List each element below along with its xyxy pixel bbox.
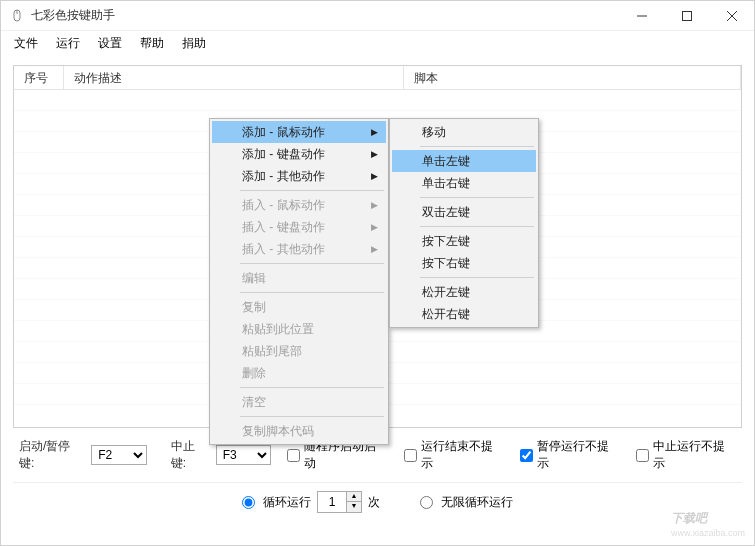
titlebar: 七彩色按键助手 (1, 1, 754, 31)
window-title: 七彩色按键助手 (31, 7, 619, 24)
loop-times-suffix: 次 (368, 494, 380, 511)
radio-loop-infinite[interactable]: 无限循环运行 (420, 494, 513, 511)
ctx-copy: 复制 (212, 296, 386, 318)
loop-run-label: 循环运行 (263, 494, 311, 511)
col-script[interactable]: 脚本 (404, 66, 741, 89)
ctx-delete: 删除 (212, 362, 386, 384)
radio-loop-count[interactable]: 循环运行 ▲ ▼ 次 (242, 491, 380, 513)
loop-count-input[interactable] (318, 492, 346, 512)
ctx-clear: 清空 (212, 391, 386, 413)
table-header: 序号 动作描述 脚本 (14, 66, 741, 90)
chk-abort-noprompt-input[interactable] (636, 449, 649, 462)
minimize-button[interactable] (619, 1, 664, 30)
sub-release-right[interactable]: 松开右键 (392, 303, 536, 325)
menu-file[interactable]: 文件 (5, 32, 47, 55)
ctx-add-other[interactable]: 添加 - 其他动作▶ (212, 165, 386, 187)
chk-abort-noprompt[interactable]: 中止运行不提示 (636, 438, 736, 472)
sub-release-left[interactable]: 松开左键 (392, 281, 536, 303)
spin-up-icon[interactable]: ▲ (347, 492, 361, 502)
menu-donate[interactable]: 捐助 (173, 32, 215, 55)
separator (240, 416, 384, 417)
chk-end-noprompt-input[interactable] (404, 449, 417, 462)
chevron-right-icon: ▶ (371, 200, 378, 210)
chk-end-noprompt-label: 运行结束不提示 (421, 438, 504, 472)
start-stop-select[interactable]: F2 (91, 445, 147, 465)
loop-infinite-label: 无限循环运行 (441, 494, 513, 511)
separator (420, 197, 534, 198)
maximize-button[interactable] (664, 1, 709, 30)
separator (240, 387, 384, 388)
sub-move[interactable]: 移动 (392, 121, 536, 143)
ctx-paste-here: 粘贴到此位置 (212, 318, 386, 340)
submenu-mouse: 移动 单击左键 单击右键 双击左键 按下左键 按下右键 松开左键 松开右键 (389, 118, 539, 328)
chk-pause-noprompt-input[interactable] (520, 449, 533, 462)
separator (240, 292, 384, 293)
menubar: 文件 运行 设置 帮助 捐助 (1, 31, 754, 55)
chevron-right-icon: ▶ (371, 171, 378, 181)
close-button[interactable] (709, 1, 754, 30)
col-seq[interactable]: 序号 (14, 66, 64, 89)
app-icon (9, 8, 25, 24)
start-stop-label: 启动/暂停键: (19, 438, 85, 472)
separator (420, 226, 534, 227)
loop-count-spinner[interactable]: ▲ ▼ (317, 491, 362, 513)
radio-loop-count-input[interactable] (242, 496, 255, 509)
sub-click-left[interactable]: 单击左键 (392, 150, 536, 172)
chk-abort-noprompt-label: 中止运行不提示 (653, 438, 736, 472)
menu-settings[interactable]: 设置 (89, 32, 131, 55)
separator (240, 190, 384, 191)
separator (240, 263, 384, 264)
svg-rect-3 (682, 11, 691, 20)
ctx-insert-keyboard: 插入 - 键盘动作▶ (212, 216, 386, 238)
ctx-insert-other: 插入 - 其他动作▶ (212, 238, 386, 260)
chevron-right-icon: ▶ (371, 127, 378, 137)
separator (420, 277, 534, 278)
ctx-edit: 编辑 (212, 267, 386, 289)
abort-select[interactable]: F3 (216, 445, 272, 465)
window-buttons (619, 1, 754, 30)
chevron-right-icon: ▶ (371, 244, 378, 254)
chk-pause-noprompt[interactable]: 暂停运行不提示 (520, 438, 620, 472)
sub-press-left[interactable]: 按下左键 (392, 230, 536, 252)
ctx-copy-code: 复制脚本代码 (212, 420, 386, 442)
menu-run[interactable]: 运行 (47, 32, 89, 55)
ctx-insert-mouse: 插入 - 鼠标动作▶ (212, 194, 386, 216)
menu-help[interactable]: 帮助 (131, 32, 173, 55)
chk-pause-noprompt-label: 暂停运行不提示 (537, 438, 620, 472)
radio-loop-infinite-input[interactable] (420, 496, 433, 509)
spin-down-icon[interactable]: ▼ (347, 502, 361, 512)
ctx-add-mouse[interactable]: 添加 - 鼠标动作▶ (212, 121, 386, 143)
chevron-right-icon: ▶ (371, 222, 378, 232)
ctx-paste-end: 粘贴到尾部 (212, 340, 386, 362)
context-menu: 添加 - 鼠标动作▶ 添加 - 键盘动作▶ 添加 - 其他动作▶ 插入 - 鼠标… (209, 118, 389, 445)
chk-end-noprompt[interactable]: 运行结束不提示 (404, 438, 504, 472)
chk-autostart-input[interactable] (287, 449, 300, 462)
chevron-right-icon: ▶ (371, 149, 378, 159)
sub-press-right[interactable]: 按下右键 (392, 252, 536, 274)
abort-label: 中止键: (171, 438, 210, 472)
sub-click-right[interactable]: 单击右键 (392, 172, 536, 194)
separator (420, 146, 534, 147)
col-desc[interactable]: 动作描述 (64, 66, 404, 89)
loop-row: 循环运行 ▲ ▼ 次 无限循环运行 (13, 482, 742, 535)
ctx-add-keyboard[interactable]: 添加 - 键盘动作▶ (212, 143, 386, 165)
sub-dblclick-left[interactable]: 双击左键 (392, 201, 536, 223)
